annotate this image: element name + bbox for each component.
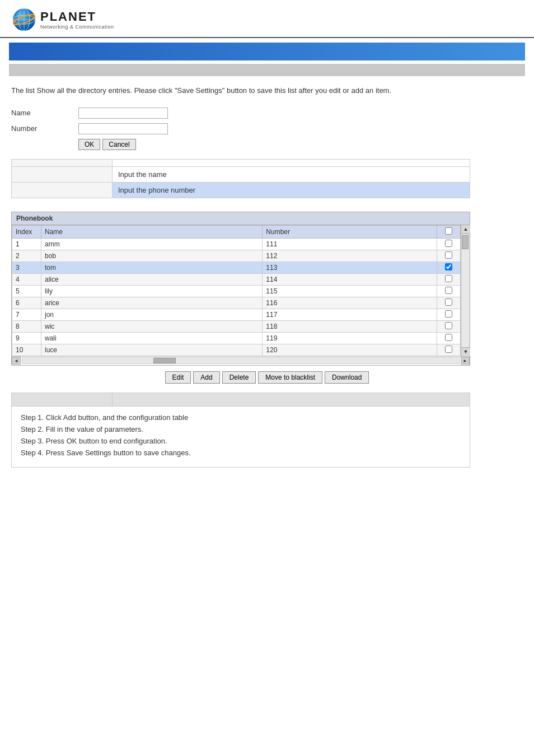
- cell-number: 115: [263, 285, 437, 297]
- phonebook-title: Phonebook: [12, 212, 470, 225]
- name-label: Name: [11, 109, 78, 117]
- row-checkbox[interactable]: [445, 298, 452, 306]
- delete-button[interactable]: Delete: [222, 371, 256, 384]
- step2-text: Step 2. Fill in the value of parameters.: [21, 425, 461, 433]
- cell-check[interactable]: [437, 250, 461, 262]
- select-all-checkbox[interactable]: [445, 227, 452, 235]
- row-checkbox[interactable]: [445, 334, 452, 341]
- phonebook-container: Phonebook Index Name Number: [11, 212, 470, 366]
- help-col-left-1: [12, 159, 113, 166]
- header: PLANET Networking & Communication: [0, 0, 534, 38]
- cell-number: 112: [263, 250, 437, 262]
- cell-check[interactable]: [437, 309, 461, 320]
- cell-check[interactable]: [437, 344, 461, 356]
- name-input[interactable]: [78, 108, 168, 119]
- gray-banner: [9, 64, 525, 76]
- cell-number: 120: [263, 344, 437, 356]
- cell-check[interactable]: [437, 262, 461, 273]
- hscroll-thumb: [153, 358, 176, 363]
- row-checkbox[interactable]: [445, 251, 452, 259]
- cell-number: 116: [263, 297, 437, 309]
- table-row: 1 amm 111: [12, 238, 461, 250]
- number-input[interactable]: [78, 123, 168, 134]
- help-col-left-3: [12, 182, 113, 198]
- table-row: 9 wali 119: [12, 332, 461, 344]
- step4-text: Step 4. Press Save Settings button to sa…: [21, 449, 461, 457]
- logo-planet-name: PLANET: [40, 10, 114, 24]
- description-text: The list Show all the directory entries.…: [11, 85, 523, 96]
- hscroll-track: [22, 357, 460, 364]
- step1-text: Step 1. Click Add button, and the config…: [21, 413, 461, 422]
- row-checkbox[interactable]: [445, 240, 452, 247]
- row-checkbox[interactable]: [445, 346, 452, 353]
- col-header-index: Index: [12, 225, 41, 238]
- vertical-scrollbar: ▲ ▼: [461, 225, 470, 356]
- phonebook-table: Index Name Number 1 amm 111: [12, 225, 461, 356]
- instructions-table: Step 1. Click Add button, and the config…: [11, 393, 470, 468]
- cell-check[interactable]: [437, 273, 461, 285]
- cell-check[interactable]: [437, 297, 461, 309]
- cell-index: 6: [12, 297, 41, 309]
- help-col-left-2: [12, 166, 113, 182]
- scrollbar-down-btn[interactable]: ▼: [461, 347, 470, 356]
- cell-index: 4: [12, 273, 41, 285]
- move-to-blacklist-button[interactable]: Move to blacklist: [258, 371, 322, 384]
- instructions-content-row: Step 1. Click Add button, and the config…: [12, 406, 470, 467]
- cell-check[interactable]: [437, 285, 461, 297]
- ok-button[interactable]: OK: [78, 139, 100, 150]
- scrollbar-track: [461, 234, 470, 347]
- cell-name: alice: [41, 273, 263, 285]
- cancel-button[interactable]: Cancel: [102, 139, 135, 150]
- table-row: 4 alice 114: [12, 273, 461, 285]
- help-col-right-3: Input the phone number: [113, 182, 470, 198]
- table-row: 10 luce 120: [12, 344, 461, 356]
- cell-name: wali: [41, 332, 263, 344]
- instructions-header-row: [12, 393, 470, 406]
- number-label: Number: [11, 124, 78, 133]
- instructions-header-left: [12, 393, 113, 406]
- row-checkbox[interactable]: [445, 287, 452, 294]
- cell-index: 9: [12, 332, 41, 344]
- cell-check[interactable]: [437, 238, 461, 250]
- help-col-right-2: Input the name: [113, 166, 470, 182]
- hscroll-right-btn[interactable]: ►: [461, 357, 470, 365]
- instructions-header-right: [113, 393, 470, 406]
- cell-index: 10: [12, 344, 41, 356]
- cell-index: 1: [12, 238, 41, 250]
- row-checkbox[interactable]: [445, 263, 452, 270]
- cell-number: 114: [263, 273, 437, 285]
- col-header-number: Number: [263, 225, 437, 238]
- row-checkbox[interactable]: [445, 310, 452, 318]
- hscroll-left-btn[interactable]: ◄: [12, 357, 21, 365]
- download-button[interactable]: Download: [325, 371, 369, 384]
- cell-name: tom: [41, 262, 263, 273]
- col-header-check: [437, 225, 461, 238]
- row-checkbox[interactable]: [445, 322, 452, 329]
- add-button[interactable]: Add: [193, 371, 219, 384]
- scrollbar-thumb: [462, 235, 469, 249]
- edit-button[interactable]: Edit: [165, 371, 191, 384]
- help-col-right-1: [113, 159, 470, 166]
- cell-index: 8: [12, 320, 41, 332]
- table-row: 2 bob 112: [12, 250, 461, 262]
- planet-logo-icon: [11, 7, 37, 32]
- table-row: 6 arice 116: [12, 297, 461, 309]
- cell-number: 118: [263, 320, 437, 332]
- form-section: Name Number OK Cancel: [11, 108, 523, 150]
- blue-banner: [9, 43, 525, 60]
- form-buttons: OK Cancel: [78, 139, 523, 150]
- cell-name: luce: [41, 344, 263, 356]
- help-table: Input the name Input the phone number: [11, 159, 470, 198]
- cell-index: 7: [12, 309, 41, 320]
- cell-check[interactable]: [437, 320, 461, 332]
- cell-index: 3: [12, 262, 41, 273]
- cell-name: arice: [41, 297, 263, 309]
- table-row: 7 jon 117: [12, 309, 461, 320]
- row-checkbox[interactable]: [445, 275, 452, 282]
- table-row: 3 tom 113: [12, 262, 461, 273]
- cell-number: 111: [263, 238, 437, 250]
- cell-check[interactable]: [437, 332, 461, 344]
- cell-name: bob: [41, 250, 263, 262]
- cell-index: 2: [12, 250, 41, 262]
- scrollbar-up-btn[interactable]: ▲: [461, 225, 470, 234]
